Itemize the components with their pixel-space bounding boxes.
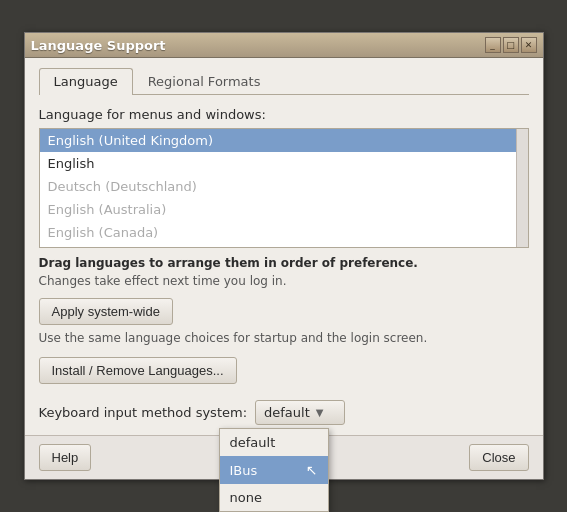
list-item[interactable]: Deutsch (Deutschland): [40, 175, 528, 198]
dropdown-menu: default IBus ↖ none: [219, 428, 329, 512]
tab-regional-formats[interactable]: Regional Formats: [133, 68, 276, 94]
titlebar-buttons: _ □ ✕: [485, 37, 537, 53]
close-button-footer[interactable]: Close: [469, 444, 528, 471]
language-support-window: Language Support _ □ ✕ Language Regional…: [24, 32, 544, 480]
keyboard-input-label: Keyboard input method system:: [39, 405, 248, 420]
dropdown-item-none[interactable]: none: [220, 484, 328, 511]
drag-hint-bold: Drag languages to arrange them in order …: [39, 256, 529, 270]
install-remove-languages-button[interactable]: Install / Remove Languages...: [39, 357, 237, 384]
dropdown-selected-value: default: [264, 405, 310, 420]
maximize-button[interactable]: □: [503, 37, 519, 53]
language-list: English (United Kingdom) English Deutsch…: [39, 128, 529, 248]
tab-bar: Language Regional Formats: [39, 68, 529, 95]
minimize-button[interactable]: _: [485, 37, 501, 53]
window-title: Language Support: [31, 38, 166, 53]
keyboard-method-dropdown[interactable]: default ▼: [255, 400, 345, 425]
drag-hint-sub: Changes take effect next time you log in…: [39, 274, 529, 288]
apply-system-wide-button[interactable]: Apply system-wide: [39, 298, 173, 325]
list-item[interactable]: English (Australia): [40, 198, 528, 221]
cursor-icon: ↖: [306, 462, 318, 478]
list-item[interactable]: English: [40, 152, 528, 175]
tab-language[interactable]: Language: [39, 68, 133, 95]
dropdown-item-ibus[interactable]: IBus ↖: [220, 456, 328, 484]
help-button[interactable]: Help: [39, 444, 92, 471]
scrollbar[interactable]: [516, 129, 528, 247]
dropdown-item-ibus-label: IBus: [230, 463, 258, 478]
apply-description: Use the same language choices for startu…: [39, 331, 529, 345]
list-item[interactable]: English (Canada): [40, 221, 528, 244]
close-button[interactable]: ✕: [521, 37, 537, 53]
titlebar: Language Support _ □ ✕: [25, 33, 543, 58]
dropdown-item-default[interactable]: default: [220, 429, 328, 456]
chevron-down-icon: ▼: [316, 407, 324, 418]
main-content: Language Regional Formats Language for m…: [25, 58, 543, 435]
keyboard-input-row: Keyboard input method system: default ▼ …: [39, 400, 529, 425]
list-item[interactable]: English (United Kingdom): [40, 129, 528, 152]
language-section-label: Language for menus and windows:: [39, 107, 529, 122]
